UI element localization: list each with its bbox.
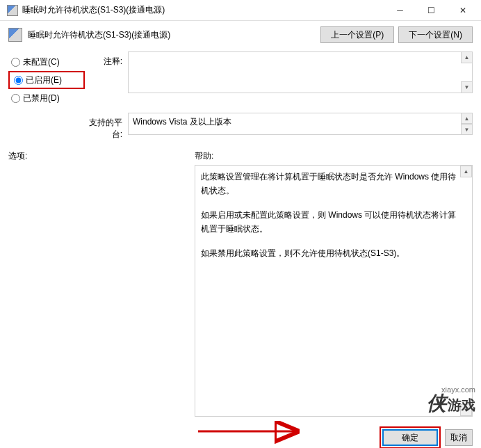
cancel-button[interactable]: 取消	[445, 429, 473, 446]
ok-button[interactable]: 确定	[382, 429, 438, 446]
radio-enabled-input[interactable]	[14, 76, 23, 85]
enabled-highlight: 已启用(E)	[8, 71, 85, 89]
policy-title: 睡眠时允许待机状态(S1-S3)(接通电源)	[28, 29, 316, 41]
platform-row: 支持的平台: Windows Vista 及以上版本 ▲ ▼	[0, 111, 481, 146]
config-row: 未配置(C) 已启用(E) 已禁用(D) 注释: ▲ ▼	[0, 49, 481, 111]
titlebar: 睡眠时允许待机状态(S1-S3)(接通电源) ─ ☐ ✕	[0, 0, 481, 21]
help-paragraph-1: 此策略设置管理在将计算机置于睡眠状态时是否允许 Windows 使用待机状态。	[201, 170, 458, 198]
radio-disabled-label: 已禁用(D)	[23, 93, 60, 104]
scroll-up-icon[interactable]: ▲	[461, 51, 473, 63]
maximize-button[interactable]: ☐	[416, 1, 447, 20]
comment-box-wrap: ▲ ▼	[128, 51, 473, 93]
help-scroll: ▲ ▼	[460, 166, 472, 416]
next-setting-button[interactable]: 下一个设置(N)	[398, 26, 473, 43]
ok-highlight: 确定	[380, 426, 441, 448]
radio-not-configured-input[interactable]	[11, 58, 20, 67]
radio-enabled-label: 已启用(E)	[26, 74, 62, 86]
scroll-down-icon[interactable]: ▼	[461, 124, 473, 135]
radio-disabled-input[interactable]	[11, 94, 20, 103]
header-row: 睡眠时允许待机状态(S1-S3)(接通电源) 上一个设置(P) 下一个设置(N)	[0, 21, 481, 49]
scroll-down-icon[interactable]: ▼	[461, 81, 473, 93]
help-panel: 此策略设置管理在将计算机置于睡眠状态时是否允许 Windows 使用待机状态。 …	[195, 165, 473, 417]
radio-not-configured-label: 未配置(C)	[23, 56, 60, 68]
comment-label: 注释:	[85, 51, 128, 67]
policy-icon	[7, 5, 18, 16]
close-button[interactable]: ✕	[447, 1, 478, 20]
radio-enabled[interactable]: 已启用(E)	[11, 72, 82, 88]
platform-box: Windows Vista 及以上版本	[128, 113, 473, 135]
platform-text: Windows Vista 及以上版本	[133, 117, 231, 127]
window-title: 睡眠时允许待机状态(S1-S3)(接通电源)	[22, 4, 384, 16]
help-paragraph-2: 如果启用或未配置此策略设置，则 Windows 可以使用待机状态将计算机置于睡眠…	[201, 208, 458, 237]
scroll-up-icon[interactable]: ▲	[460, 166, 472, 177]
minimize-button[interactable]: ─	[384, 1, 416, 20]
comment-scroll: ▲ ▼	[461, 51, 473, 93]
mid-labels: 选项: 帮助:	[0, 146, 481, 165]
platform-scroll: ▲ ▼	[461, 113, 473, 135]
policy-header-icon	[8, 28, 22, 42]
radio-group: 未配置(C) 已启用(E) 已禁用(D)	[8, 51, 85, 106]
window-controls: ─ ☐ ✕	[384, 1, 478, 20]
scroll-down-icon[interactable]: ▼	[460, 404, 472, 416]
platform-label: 支持的平台:	[85, 113, 128, 141]
radio-disabled[interactable]: 已禁用(D)	[8, 90, 85, 106]
options-label: 选项:	[8, 150, 195, 162]
previous-setting-button[interactable]: 上一个设置(P)	[320, 26, 394, 43]
main-panels: 此策略设置管理在将计算机置于睡眠状态时是否允许 Windows 使用待机状态。 …	[0, 165, 481, 422]
scroll-up-icon[interactable]: ▲	[461, 113, 473, 124]
help-paragraph-3: 如果禁用此策略设置，则不允许使用待机状态(S1-S3)。	[201, 246, 458, 260]
help-label: 帮助:	[195, 150, 213, 162]
platform-box-wrap: Windows Vista 及以上版本 ▲ ▼	[128, 113, 473, 135]
comment-textarea[interactable]	[128, 51, 473, 93]
options-panel	[8, 165, 188, 417]
radio-not-configured[interactable]: 未配置(C)	[8, 54, 85, 70]
footer-row: 确定 取消	[0, 422, 481, 448]
